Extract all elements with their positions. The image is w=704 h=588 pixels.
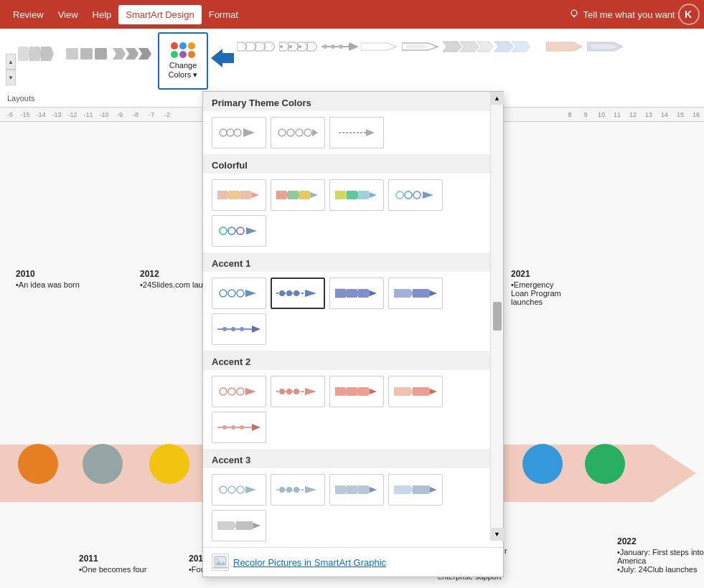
menu-format[interactable]: Format <box>202 5 245 24</box>
color-option-a1-1[interactable] <box>212 278 266 309</box>
circle-2021 <box>522 444 563 484</box>
layout-item-3[interactable] <box>112 36 155 72</box>
circle-2022 <box>585 444 625 484</box>
scroll-down-btn[interactable]: ▼ <box>6 70 16 85</box>
svg-marker-124 <box>347 485 360 494</box>
svg-marker-87 <box>430 290 437 296</box>
color-option-a1-3[interactable] <box>329 278 384 309</box>
svg-point-115 <box>228 486 235 493</box>
section-accent1-content <box>203 272 503 351</box>
svg-point-47 <box>296 129 303 136</box>
layout-arrow-6[interactable] <box>322 36 361 57</box>
svg-marker-63 <box>370 192 377 198</box>
svg-point-46 <box>287 129 294 136</box>
color-option-ptc2[interactable] <box>271 117 325 148</box>
color-dropdown: Primary Theme Colors <box>202 91 504 577</box>
color-option-a2-3[interactable] <box>329 376 384 407</box>
bullet-2022: •January: First steps into America•July:… <box>617 548 704 574</box>
color-option-a1-5[interactable] <box>212 313 266 345</box>
color-option-a2-4[interactable] <box>388 376 443 407</box>
layout-item-1[interactable] <box>17 36 60 72</box>
menu-bar: Review View Help SmartArt Design Format … <box>0 0 704 29</box>
svg-marker-59 <box>311 192 318 198</box>
color-option-c4[interactable] <box>388 179 443 211</box>
ruler-mark: -8 <box>128 111 144 118</box>
svg-point-18 <box>280 45 283 48</box>
svg-marker-107 <box>413 387 433 396</box>
user-icon: K <box>682 8 695 21</box>
year-2010: 2010 <box>16 269 80 279</box>
color-option-ptc1[interactable] <box>212 117 266 148</box>
svg-marker-117 <box>245 486 256 493</box>
layout-7[interactable] <box>361 36 400 57</box>
recolor-row[interactable]: Recolor Pictures in SmartArt Graphic <box>203 547 503 577</box>
color-option-a3-5[interactable] <box>212 510 266 541</box>
year-entry-2022: 2022 •January: First steps into America•… <box>617 536 704 574</box>
bullet-2010: •An idea was born <box>16 280 80 289</box>
color-option-a2-5[interactable] <box>212 412 266 443</box>
svg-marker-128 <box>413 485 433 494</box>
menu-review[interactable]: Review <box>6 5 51 24</box>
color-option-a3-2[interactable] <box>271 474 325 506</box>
section-accent2-title: Accent 2 <box>203 351 503 370</box>
svg-marker-82 <box>347 289 360 298</box>
svg-marker-3 <box>18 47 31 61</box>
svg-marker-84 <box>370 290 377 296</box>
svg-marker-108 <box>430 389 437 394</box>
color-option-a3-4[interactable] <box>388 474 443 506</box>
dot-orange2 <box>188 51 195 58</box>
ruler-mark: -2 <box>159 111 175 118</box>
svg-point-27 <box>339 44 343 49</box>
layout-8[interactable] <box>402 36 441 57</box>
circle-2010 <box>18 444 58 484</box>
ruler-mark: -14 <box>33 111 49 118</box>
svg-point-111 <box>231 425 235 430</box>
svg-marker-127 <box>394 485 414 494</box>
color-option-c3[interactable] <box>329 179 384 211</box>
svg-marker-39 <box>591 44 619 49</box>
svg-marker-49 <box>312 129 318 136</box>
layout-item-2[interactable] <box>65 36 108 72</box>
color-option-ptc3[interactable] <box>329 117 384 148</box>
svg-point-43 <box>234 129 241 136</box>
menu-view[interactable]: View <box>51 5 85 24</box>
layout-9[interactable] <box>443 36 493 57</box>
svg-point-0 <box>571 10 577 16</box>
color-option-c2[interactable] <box>271 179 325 211</box>
ribbon-scroll-left[interactable]: ▲ ▼ <box>6 54 16 85</box>
menu-smartart[interactable]: SmartArt Design <box>118 5 201 24</box>
scroll-down[interactable]: ▼ <box>491 528 504 541</box>
change-colors-button[interactable]: ChangeColors ▾ <box>158 32 208 90</box>
svg-marker-15 <box>255 42 266 51</box>
color-option-c1[interactable] <box>212 179 266 211</box>
svg-marker-11 <box>139 48 151 60</box>
color-option-a3-1[interactable] <box>212 474 266 506</box>
color-option-a2-2[interactable] <box>271 376 325 407</box>
scroll-thumb[interactable] <box>493 302 502 331</box>
layout-11[interactable] <box>546 36 586 57</box>
layout-arrow-5[interactable] <box>279 36 319 57</box>
svg-marker-28 <box>349 42 359 51</box>
scroll-up-btn[interactable]: ▲ <box>6 54 16 70</box>
color-option-a2-1[interactable] <box>212 376 266 407</box>
svg-point-78 <box>286 290 292 296</box>
back-arrow-icon[interactable] <box>211 47 234 70</box>
svg-point-25 <box>323 44 327 49</box>
color-option-c5[interactable] <box>212 215 266 247</box>
svg-point-20 <box>289 45 292 48</box>
menu-help[interactable]: Help <box>85 5 119 24</box>
color-option-a1-2-selected[interactable] <box>271 278 325 309</box>
svg-marker-67 <box>423 191 433 199</box>
layout-arrow-4[interactable] <box>237 36 276 57</box>
svg-rect-136 <box>213 566 227 569</box>
color-option-a3-3[interactable] <box>329 474 384 506</box>
ruler-mark: -15 <box>17 111 33 118</box>
layout-10[interactable] <box>494 36 545 57</box>
bullet-2011: •One becomes four <box>79 565 146 574</box>
svg-point-42 <box>227 129 234 136</box>
scroll-up[interactable]: ▲ <box>491 92 504 105</box>
color-option-a1-4[interactable] <box>388 278 443 309</box>
dropdown-scrollbar[interactable]: ▲ ▼ <box>490 92 503 541</box>
layout-12[interactable] <box>587 36 626 57</box>
svg-marker-71 <box>246 227 257 234</box>
